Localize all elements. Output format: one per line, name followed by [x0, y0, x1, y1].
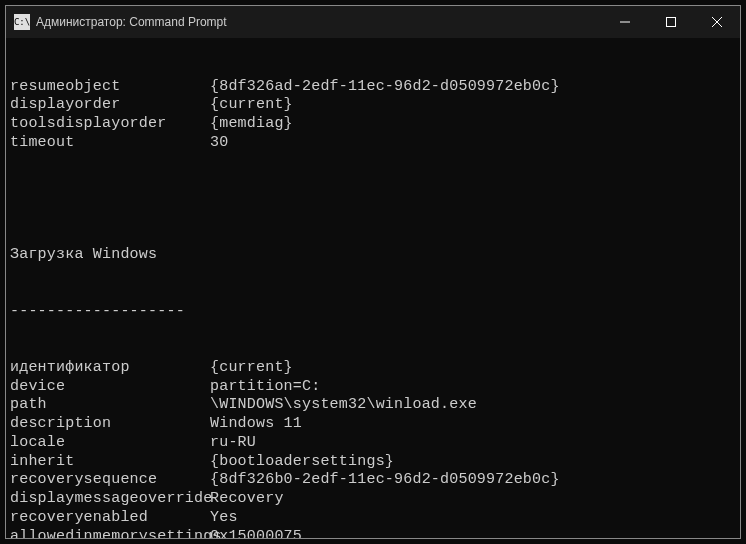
config-key: timeout: [10, 134, 210, 153]
config-key: recoveryenabled: [10, 509, 210, 528]
minimize-button[interactable]: [602, 6, 648, 38]
command-prompt-window: C:\ Администратор: Command Prompt resume…: [5, 5, 741, 539]
minimize-icon: [620, 17, 630, 27]
section-header: Загрузка Windows: [10, 246, 736, 265]
config-entry: localeru-RU: [10, 434, 736, 453]
config-entry: path\WINDOWS\system32\winload.exe: [10, 396, 736, 415]
config-entry: devicepartition=C:: [10, 378, 736, 397]
config-key: resumeobject: [10, 78, 210, 97]
maximize-button[interactable]: [648, 6, 694, 38]
config-value: {bootloadersettings}: [210, 453, 736, 472]
config-key: allowedinmemorysettings: [10, 528, 210, 539]
config-value: {current}: [210, 96, 736, 115]
config-entry: resumeobject{8df326ad-2edf-11ec-96d2-d05…: [10, 78, 736, 97]
config-value: 30: [210, 134, 736, 153]
config-entry: displaymessageoverrideRecovery: [10, 490, 736, 509]
terminal-output[interactable]: resumeobject{8df326ad-2edf-11ec-96d2-d05…: [6, 38, 740, 538]
config-key: идентификатор: [10, 359, 210, 378]
maximize-icon: [666, 17, 676, 27]
config-value: 0x15000075: [210, 528, 736, 539]
titlebar[interactable]: C:\ Администратор: Command Prompt: [6, 6, 740, 38]
config-entry: toolsdisplayorder{memdiag}: [10, 115, 736, 134]
config-key: displayorder: [10, 96, 210, 115]
window-controls: [602, 6, 740, 38]
config-key: description: [10, 415, 210, 434]
config-key: locale: [10, 434, 210, 453]
config-value: {current}: [210, 359, 736, 378]
config-key: path: [10, 396, 210, 415]
svg-rect-1: [667, 18, 676, 27]
config-value: Yes: [210, 509, 736, 528]
config-value: partition=C:: [210, 378, 736, 397]
config-value: {8df326b0-2edf-11ec-96d2-d0509972eb0c}: [210, 471, 736, 490]
cmd-icon: C:\: [14, 14, 30, 30]
section-divider: -------------------: [10, 303, 736, 322]
config-key: toolsdisplayorder: [10, 115, 210, 134]
config-entry: displayorder{current}: [10, 96, 736, 115]
config-key: device: [10, 378, 210, 397]
config-value: ru-RU: [210, 434, 736, 453]
config-value: Recovery: [210, 490, 736, 509]
config-entry: recoveryenabledYes: [10, 509, 736, 528]
config-value: \WINDOWS\system32\winload.exe: [210, 396, 736, 415]
config-value: {memdiag}: [210, 115, 736, 134]
config-entry: inherit{bootloadersettings}: [10, 453, 736, 472]
config-value: {8df326ad-2edf-11ec-96d2-d0509972eb0c}: [210, 78, 736, 97]
config-entry: allowedinmemorysettings0x15000075: [10, 528, 736, 539]
config-entry: recoverysequence{8df326b0-2edf-11ec-96d2…: [10, 471, 736, 490]
config-entry: идентификатор{current}: [10, 359, 736, 378]
window-title: Администратор: Command Prompt: [36, 15, 227, 29]
config-entry: descriptionWindows 11: [10, 415, 736, 434]
close-button[interactable]: [694, 6, 740, 38]
config-key: displaymessageoverride: [10, 490, 210, 509]
config-entry: timeout30: [10, 134, 736, 153]
close-icon: [712, 17, 722, 27]
config-key: inherit: [10, 453, 210, 472]
config-key: recoverysequence: [10, 471, 210, 490]
config-value: Windows 11: [210, 415, 736, 434]
